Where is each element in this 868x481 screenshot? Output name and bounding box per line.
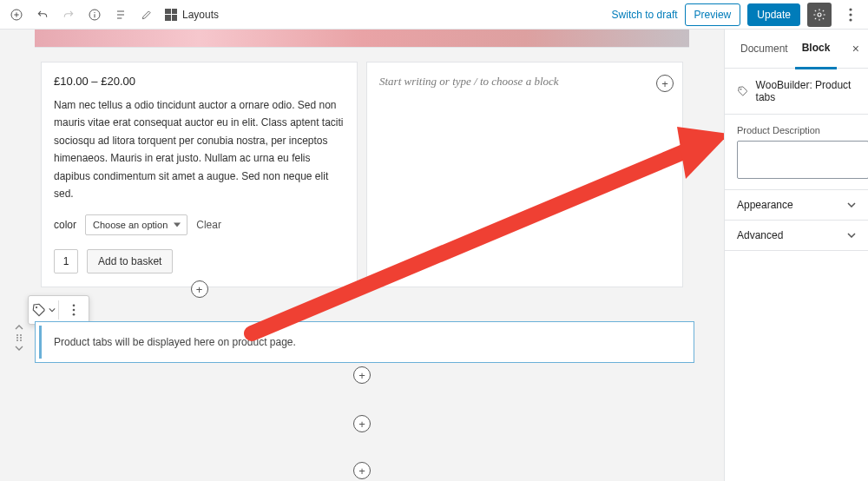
block-appender-1-icon[interactable]: + — [353, 366, 371, 384]
block-type-icon[interactable] — [29, 296, 58, 324]
svg-point-16 — [20, 339, 22, 341]
block-appender-3-icon[interactable]: + — [353, 462, 371, 479]
add-to-basket-button[interactable]: Add to basket — [87, 249, 173, 273]
svg-point-2 — [94, 11, 95, 12]
close-sidebar-icon[interactable]: × — [852, 42, 859, 56]
svg-point-4 — [849, 8, 852, 10]
product-description-input[interactable] — [737, 141, 868, 179]
info-icon[interactable] — [83, 3, 106, 26]
block-title: WooBuilder: Product tabs — [756, 79, 856, 103]
layouts-icon — [165, 9, 177, 21]
column-product-summary[interactable]: £10.00 – £20.00 Nam nec tellus a odio ti… — [41, 62, 358, 287]
svg-point-6 — [849, 18, 852, 21]
appearance-panel[interactable]: Appearance — [725, 190, 868, 221]
settings-icon[interactable] — [807, 3, 832, 27]
workspace: £10.00 – £20.00 Nam nec tellus a odio ti… — [0, 30, 868, 481]
svg-point-3 — [818, 13, 821, 16]
svg-point-15 — [16, 339, 18, 341]
block-appender-2-icon[interactable]: + — [353, 415, 371, 432]
chevron-down-icon — [847, 202, 856, 208]
redo-icon[interactable] — [57, 3, 80, 26]
svg-point-9 — [73, 309, 76, 312]
add-to-cart-row: 1 Add to basket — [54, 249, 345, 273]
product-tabs-notice: Product tabs will be displayed here on p… — [39, 326, 690, 359]
topbar-left-tools: Layouts — [5, 3, 219, 26]
outline-icon[interactable] — [109, 3, 132, 26]
svg-point-12 — [20, 334, 22, 336]
svg-point-13 — [16, 337, 18, 339]
product-description: Nam nec tellus a odio tincidunt auctor a… — [54, 96, 345, 202]
tag-icon — [737, 84, 749, 98]
topbar-right-tools: Switch to draft Preview Update — [612, 3, 863, 27]
tab-block[interactable]: Block — [795, 29, 838, 69]
layouts-button[interactable]: Layouts — [165, 9, 219, 21]
inline-inserter-icon[interactable]: + — [656, 75, 674, 92]
variation-select[interactable]: Choose an option — [85, 214, 187, 235]
svg-point-5 — [849, 13, 852, 16]
product-description-label: Product Description — [737, 125, 868, 135]
drag-handle-icon[interactable] — [15, 333, 23, 342]
update-button[interactable]: Update — [747, 3, 800, 26]
product-price: £10.00 – £20.00 — [54, 75, 345, 88]
editor-topbar: Layouts Switch to draft Preview Update — [0, 0, 868, 30]
preview-button[interactable]: Preview — [685, 3, 741, 26]
svg-point-19 — [740, 89, 742, 90]
clear-variations-link[interactable]: Clear — [196, 219, 221, 231]
chevron-down-icon — [847, 233, 856, 238]
block-mover[interactable] — [10, 325, 28, 351]
block-more-icon[interactable] — [59, 296, 89, 324]
edit-icon[interactable] — [135, 3, 158, 26]
undo-icon[interactable] — [31, 3, 54, 26]
block-placeholder-text[interactable]: Start writing or type / to choose a bloc… — [379, 75, 559, 88]
variation-row: color Choose an option Clear — [54, 214, 345, 235]
block-panel-header: WooBuilder: Product tabs — [725, 69, 868, 115]
more-icon[interactable] — [838, 3, 863, 27]
sidebar-tabs: Document Block × — [725, 30, 868, 69]
quantity-stepper[interactable]: 1 — [54, 249, 78, 273]
layouts-label: Layouts — [182, 9, 219, 21]
advanced-panel[interactable]: Advanced — [725, 221, 868, 251]
block-toolbar — [28, 295, 89, 325]
hero-image-sliver — [35, 30, 689, 48]
column-empty[interactable]: Start writing or type / to choose a bloc… — [366, 62, 683, 287]
advanced-label: Advanced — [737, 229, 783, 241]
svg-point-14 — [20, 337, 22, 339]
add-block-icon[interactable] — [5, 3, 28, 26]
svg-point-7 — [36, 306, 37, 308]
column-appender-icon[interactable]: + — [191, 280, 208, 298]
svg-point-8 — [73, 304, 76, 306]
svg-point-11 — [16, 334, 18, 336]
editor-canvas: £10.00 – £20.00 Nam nec tellus a odio ti… — [0, 30, 724, 481]
settings-sidebar: Document Block × WooBuilder: Product tab… — [724, 30, 868, 481]
tab-document[interactable]: Document — [733, 30, 795, 68]
columns-block: £10.00 – £20.00 Nam nec tellus a odio ti… — [41, 62, 683, 287]
move-up-icon[interactable] — [15, 325, 23, 330]
block-panel-body: Product Description — [725, 115, 868, 190]
move-down-icon[interactable] — [15, 346, 23, 351]
svg-point-10 — [73, 313, 76, 316]
attr-label-color: color — [54, 219, 76, 231]
switch-to-draft-link[interactable]: Switch to draft — [612, 9, 678, 21]
svg-marker-18 — [677, 127, 724, 179]
appearance-label: Appearance — [737, 199, 793, 211]
product-tabs-block[interactable]: Product tabs will be displayed here on p… — [35, 321, 694, 363]
